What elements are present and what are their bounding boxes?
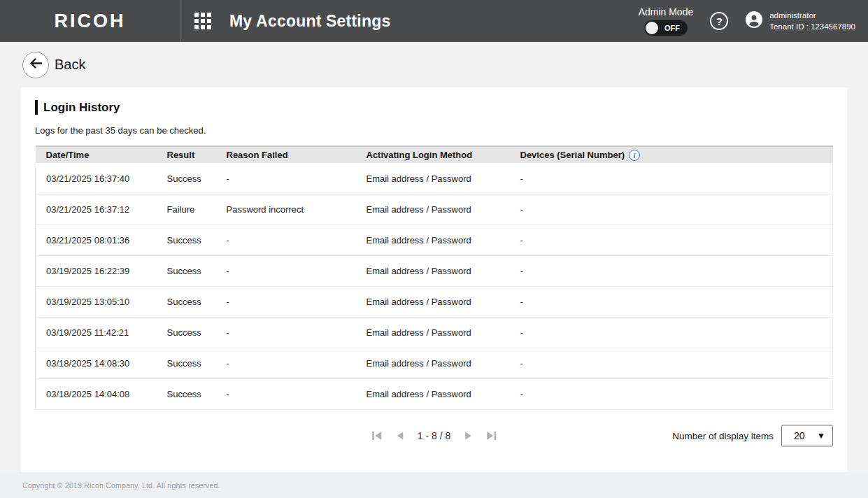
cell-datetime: 03/21/2025 16:37:40 bbox=[36, 163, 157, 194]
table-row: 03/18/2025 14:04:08 Success - Email addr… bbox=[36, 378, 833, 409]
cell-devices: - bbox=[510, 378, 833, 409]
user-icon bbox=[745, 10, 763, 31]
cell-devices: - bbox=[510, 255, 833, 286]
column-header-devices: Devices (Serial Number) i bbox=[510, 146, 833, 163]
info-icon[interactable]: i bbox=[629, 150, 640, 161]
cell-login-method: Email address / Password bbox=[356, 378, 510, 409]
table-row: 03/21/2025 16:37:40 Success - Email addr… bbox=[36, 163, 833, 194]
cell-result: Success bbox=[157, 286, 216, 317]
cell-login-method: Email address / Password bbox=[356, 348, 510, 378]
pagination-prev-button[interactable] bbox=[396, 431, 404, 441]
display-items-label: Number of display items bbox=[672, 430, 774, 441]
column-header-result: Result bbox=[157, 146, 216, 163]
admin-mode-state: OFF bbox=[658, 24, 686, 32]
cell-result: Success bbox=[157, 255, 216, 286]
admin-mode-label: Admin Mode bbox=[639, 6, 694, 17]
display-items-value: 20 bbox=[794, 430, 805, 441]
table-row: 03/21/2025 16:37:12 Failure Password inc… bbox=[36, 194, 833, 225]
cell-result: Success bbox=[157, 225, 216, 255]
cell-datetime: 03/18/2025 14:08:30 bbox=[36, 348, 157, 378]
table-controls: 1 - 8 / 8 Number of display items 20 ▼ bbox=[35, 425, 833, 447]
pagination-next-button[interactable] bbox=[464, 431, 472, 441]
admin-mode-control: Admin Mode OFF bbox=[639, 6, 694, 36]
cell-reason-failed: - bbox=[216, 348, 356, 378]
tenant-id: Tenant ID : 1234567890 bbox=[769, 21, 855, 32]
cell-devices: - bbox=[510, 163, 833, 194]
cell-login-method: Email address / Password bbox=[356, 255, 510, 286]
cell-datetime: 03/19/2025 11:42:21 bbox=[36, 317, 157, 348]
cell-login-method: Email address / Password bbox=[356, 225, 510, 255]
cell-datetime: 03/19/2025 16:22:39 bbox=[36, 255, 157, 286]
table-row: 03/19/2025 11:42:21 Success - Email addr… bbox=[36, 317, 833, 348]
logo-box: RICOH bbox=[0, 0, 180, 42]
login-history-table: Date/Time Result Reason Failed Activatin… bbox=[35, 145, 833, 410]
toggle-knob-icon bbox=[646, 22, 658, 34]
cell-devices: - bbox=[510, 225, 833, 255]
help-icon[interactable]: ? bbox=[710, 12, 728, 30]
app-header: RICOH My Account Settings Admin Mode OFF… bbox=[0, 0, 868, 42]
cell-login-method: Email address / Password bbox=[356, 194, 510, 225]
cell-devices: - bbox=[510, 348, 833, 378]
cell-login-method: Email address / Password bbox=[356, 317, 510, 348]
cell-result: Failure bbox=[157, 194, 216, 225]
login-history-rows: 03/21/2025 16:37:40 Success - Email addr… bbox=[36, 163, 833, 409]
user-name: administrator bbox=[769, 10, 855, 21]
admin-mode-toggle[interactable]: OFF bbox=[644, 20, 688, 36]
pagination-first-icon bbox=[371, 431, 382, 441]
page-indicator: 1 - 8 / 8 bbox=[418, 430, 450, 441]
display-items-control: Number of display items 20 ▼ bbox=[672, 425, 833, 446]
cell-reason-failed: - bbox=[216, 225, 356, 255]
header-main: My Account Settings Admin Mode OFF ? bbox=[180, 0, 868, 42]
cell-reason-failed: Password incorrect bbox=[216, 194, 356, 225]
table-row: 03/21/2025 08:01:36 Success - Email addr… bbox=[36, 225, 833, 255]
cell-result: Success bbox=[157, 378, 216, 409]
table-row: 03/18/2025 14:08:30 Success - Email addr… bbox=[36, 348, 833, 378]
back-label[interactable]: Back bbox=[55, 57, 85, 73]
help-glyph: ? bbox=[716, 15, 723, 27]
cell-result: Success bbox=[157, 317, 216, 348]
cell-datetime: 03/21/2025 08:01:36 bbox=[36, 225, 157, 255]
back-button[interactable] bbox=[22, 52, 49, 78]
pagination-prev-icon bbox=[396, 431, 404, 441]
column-header-reason: Reason Failed bbox=[216, 146, 356, 163]
pagination: 1 - 8 / 8 bbox=[371, 430, 497, 441]
section-title: Login History bbox=[35, 100, 833, 115]
pagination-last-button[interactable] bbox=[486, 431, 497, 441]
table-header-row: Date/Time Result Reason Failed Activatin… bbox=[36, 146, 833, 163]
pagination-last-icon bbox=[486, 431, 497, 441]
dropdown-caret-icon: ▼ bbox=[817, 431, 825, 441]
cell-reason-failed: - bbox=[216, 163, 356, 194]
page-title: My Account Settings bbox=[229, 12, 390, 31]
login-history-panel: Login History Logs for the past 35 days … bbox=[21, 87, 847, 472]
app-footer: Copyright © 2019 Ricoh Company, Ltd. All… bbox=[0, 472, 868, 498]
cell-devices: - bbox=[510, 286, 833, 317]
cell-datetime: 03/19/2025 13:05:10 bbox=[36, 286, 157, 317]
header-right: Admin Mode OFF ? administra bbox=[639, 6, 868, 36]
user-menu[interactable]: administrator Tenant ID : 1234567890 bbox=[745, 10, 855, 32]
ricoh-logo: RICOH bbox=[55, 10, 126, 32]
cell-login-method: Email address / Password bbox=[356, 163, 510, 194]
table-row: 03/19/2025 13:05:10 Success - Email addr… bbox=[36, 286, 833, 317]
cell-datetime: 03/18/2025 14:04:08 bbox=[36, 378, 157, 409]
column-header-datetime: Date/Time bbox=[36, 146, 157, 163]
cell-login-method: Email address / Password bbox=[356, 286, 510, 317]
pagination-next-icon bbox=[464, 431, 472, 441]
column-header-method: Activating Login Method bbox=[356, 146, 510, 163]
copyright-text: Copyright © 2019 Ricoh Company, Ltd. All… bbox=[22, 481, 220, 490]
section-subtitle: Logs for the past 35 days can be checked… bbox=[35, 125, 833, 136]
cell-reason-failed: - bbox=[216, 317, 356, 348]
cell-reason-failed: - bbox=[216, 378, 356, 409]
cell-reason-failed: - bbox=[216, 255, 356, 286]
back-bar: Back bbox=[0, 42, 868, 87]
cell-result: Success bbox=[157, 163, 216, 194]
apps-grid-icon[interactable] bbox=[194, 13, 211, 29]
cell-devices: - bbox=[510, 317, 833, 348]
cell-reason-failed: - bbox=[216, 286, 356, 317]
back-icon bbox=[29, 56, 43, 73]
cell-result: Success bbox=[157, 348, 216, 378]
cell-datetime: 03/21/2025 16:37:12 bbox=[36, 194, 157, 225]
user-text: administrator Tenant ID : 1234567890 bbox=[769, 10, 855, 32]
display-items-dropdown[interactable]: 20 ▼ bbox=[781, 425, 833, 446]
table-row: 03/19/2025 16:22:39 Success - Email addr… bbox=[36, 255, 833, 286]
pagination-first-button[interactable] bbox=[371, 431, 382, 441]
